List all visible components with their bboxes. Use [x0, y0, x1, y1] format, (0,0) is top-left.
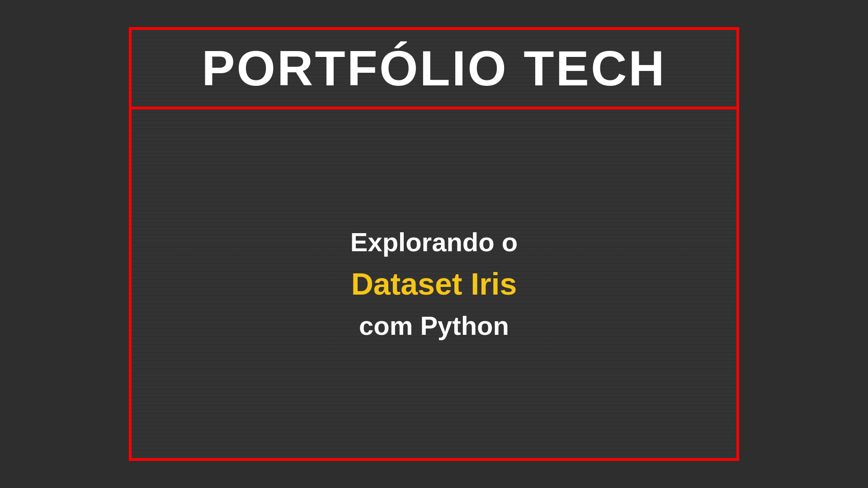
subtitle-line1: Explorando o [350, 227, 518, 257]
subtitle-line3: com Python [359, 310, 509, 341]
main-card: PORTFÓLIO TECH Explorando o Dataset Iris… [129, 27, 739, 461]
header-section: PORTFÓLIO TECH [132, 30, 736, 109]
content-section: Explorando o Dataset Iris com Python [132, 109, 736, 458]
main-title: PORTFÓLIO TECH [202, 43, 666, 93]
subtitle-line2: Dataset Iris [351, 266, 517, 301]
